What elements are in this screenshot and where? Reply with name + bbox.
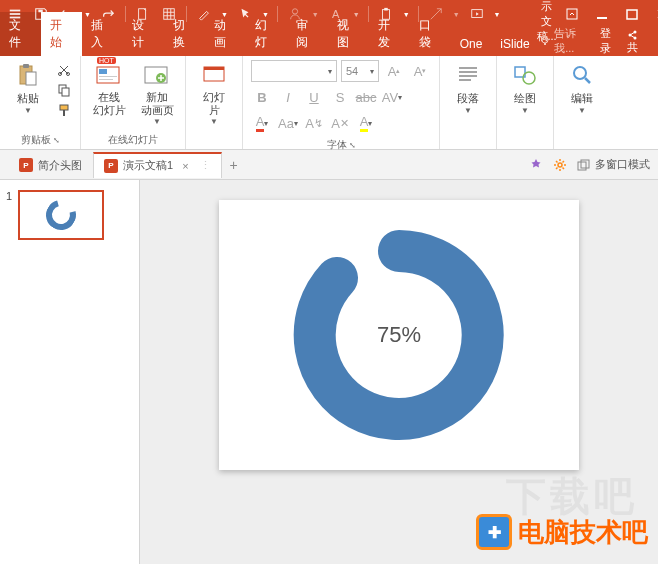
- pointer-icon[interactable]: [236, 5, 254, 23]
- increase-font-icon[interactable]: A▴: [383, 60, 405, 82]
- multiwindow-button[interactable]: 多窗口模式: [577, 157, 650, 172]
- thumbnail-arc-shape: [41, 195, 82, 236]
- save-icon[interactable]: [32, 5, 50, 23]
- svg-rect-14: [544, 43, 546, 45]
- maximize-icon[interactable]: [617, 0, 647, 28]
- play-icon[interactable]: [468, 5, 486, 23]
- svg-rect-0: [10, 10, 21, 12]
- ribbon-collapse-icon[interactable]: [557, 0, 587, 28]
- svg-point-13: [542, 37, 548, 43]
- svg-point-38: [558, 163, 562, 167]
- font-launcher-icon[interactable]: ⤡: [349, 141, 356, 150]
- doctab-2[interactable]: P 演示文稿1 × ⋮: [93, 152, 222, 178]
- copy-icon[interactable]: [54, 81, 74, 99]
- svg-rect-25: [60, 105, 68, 110]
- arrow-icon[interactable]: [427, 5, 445, 23]
- svg-rect-1: [10, 13, 21, 15]
- italic-icon[interactable]: I: [277, 86, 299, 108]
- svg-rect-26: [63, 110, 65, 116]
- powerpoint-icon: P: [104, 159, 118, 173]
- svg-rect-10: [567, 9, 577, 19]
- svg-rect-30: [99, 79, 113, 80]
- svg-rect-29: [99, 76, 117, 77]
- svg-rect-24: [62, 88, 69, 96]
- char-spacing-icon[interactable]: AV▾: [381, 86, 403, 108]
- doctab-1[interactable]: P 简介头图: [8, 152, 93, 178]
- user-icon[interactable]: [286, 5, 304, 23]
- svg-rect-12: [627, 10, 637, 19]
- change-case-icon[interactable]: Aa▾: [277, 112, 299, 134]
- slide-thumbnail[interactable]: [18, 190, 104, 240]
- slides-button[interactable]: 幻灯 片▼: [192, 59, 236, 126]
- share-icon: [627, 30, 637, 40]
- tellme-search[interactable]: 告诉我...: [539, 26, 594, 56]
- strike-icon[interactable]: abc: [355, 86, 377, 108]
- new-anim-button[interactable]: 新加 动画页▼: [135, 59, 179, 126]
- multiwindow-icon: [577, 159, 591, 171]
- login-link[interactable]: 登录: [600, 26, 621, 56]
- magic-icon[interactable]: [529, 158, 543, 172]
- tab-menu-icon[interactable]: ⋮: [200, 159, 211, 172]
- format-painter-icon[interactable]: [54, 101, 74, 119]
- drawing-button[interactable]: 绘图▼: [503, 59, 547, 115]
- tab-islide[interactable]: iSlide: [491, 32, 538, 56]
- online-slide-button[interactable]: HOT 在线 幻灯片: [87, 59, 131, 117]
- app-menu-icon[interactable]: [6, 5, 24, 23]
- svg-rect-28: [99, 69, 107, 74]
- settings-gear-icon[interactable]: [553, 158, 567, 172]
- online-slides-group-label: 在线幻灯片: [87, 131, 179, 149]
- slide-thumbnail-panel: 1: [0, 180, 140, 564]
- svg-rect-20: [26, 72, 36, 85]
- grid-icon[interactable]: [160, 5, 178, 23]
- editing-button[interactable]: 编辑▼: [560, 59, 604, 115]
- font-color-icon[interactable]: A▾: [251, 112, 273, 134]
- shadow-icon[interactable]: S: [329, 86, 351, 108]
- clipboard-launcher-icon[interactable]: ⤡: [53, 136, 60, 145]
- svg-rect-2: [10, 17, 21, 19]
- slide[interactable]: 75%: [219, 200, 579, 470]
- svg-rect-4: [139, 9, 146, 20]
- clear-format-icon[interactable]: A✕: [329, 112, 351, 134]
- svg-rect-8: [384, 8, 388, 11]
- add-tab-button[interactable]: +: [222, 157, 246, 173]
- pen-icon[interactable]: [195, 5, 213, 23]
- close-icon[interactable]: [647, 0, 658, 28]
- new-icon[interactable]: [134, 5, 152, 23]
- clipboard-group-label: 剪贴板: [21, 133, 51, 147]
- share-button[interactable]: 共: [627, 27, 650, 54]
- undo-icon[interactable]: [58, 5, 76, 23]
- svg-rect-7: [382, 10, 389, 20]
- slide-number: 1: [6, 190, 12, 240]
- paragraph-button[interactable]: 段落▼: [446, 59, 490, 115]
- paste-button[interactable]: 粘贴 ▼: [6, 59, 50, 115]
- decrease-font-icon[interactable]: A▾: [409, 60, 431, 82]
- bold-icon[interactable]: B: [251, 86, 273, 108]
- svg-point-37: [574, 67, 586, 79]
- svg-rect-11: [597, 17, 607, 19]
- font-group-label: 字体: [327, 138, 347, 152]
- cut-icon[interactable]: [54, 61, 74, 79]
- clear-format-a-icon[interactable]: A↯: [303, 112, 325, 134]
- svg-point-36: [523, 72, 535, 84]
- bulb-icon: [539, 35, 550, 47]
- redo-icon[interactable]: [99, 5, 117, 23]
- tab-close-icon[interactable]: ×: [182, 160, 188, 172]
- watermark: ✚ 电脑技术吧: [476, 514, 648, 550]
- svg-rect-34: [204, 67, 224, 70]
- svg-rect-5: [164, 9, 175, 20]
- tab-onekey[interactable]: One: [451, 32, 492, 56]
- font-size-select[interactable]: 54▾: [341, 60, 379, 82]
- svg-point-6: [292, 9, 297, 14]
- svg-rect-19: [23, 64, 29, 68]
- watermark-icon: ✚: [476, 514, 512, 550]
- minimize-icon[interactable]: [587, 0, 617, 28]
- clipboard-icon[interactable]: [377, 5, 395, 23]
- highlight-icon[interactable]: A▾: [355, 112, 377, 134]
- svg-rect-3: [38, 10, 42, 13]
- text-a-icon[interactable]: A: [327, 5, 345, 23]
- underline-icon[interactable]: U: [303, 86, 325, 108]
- svg-rect-39: [578, 162, 586, 170]
- svg-rect-40: [581, 160, 589, 168]
- font-name-select[interactable]: ▾: [251, 60, 337, 82]
- percent-label: 75%: [377, 322, 421, 348]
